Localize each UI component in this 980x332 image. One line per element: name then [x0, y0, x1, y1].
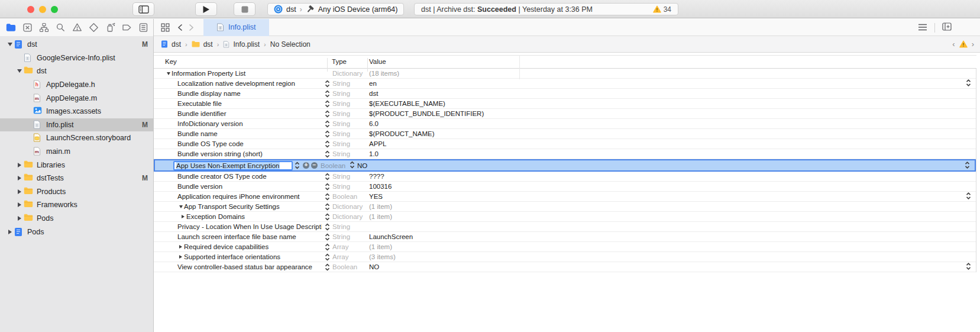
key-stepper[interactable]: [322, 150, 332, 158]
disclosure-triangle[interactable]: [177, 255, 184, 259]
value-stepper[interactable]: [966, 263, 971, 272]
key-stepper[interactable]: [322, 110, 332, 118]
type-cell[interactable]: Dictionary: [332, 203, 369, 210]
sidebar-item-dst[interactable]: dstM: [0, 38, 153, 51]
report-navigator-icon[interactable]: [138, 22, 148, 33]
project-navigator-icon[interactable]: [6, 22, 16, 33]
add-row-button[interactable]: +: [303, 162, 309, 169]
type-cell[interactable]: Dictionary: [332, 213, 369, 220]
key-stepper[interactable]: [322, 253, 332, 261]
key-stepper[interactable]: [322, 173, 332, 180]
source-control-navigator-icon[interactable]: [22, 22, 33, 33]
sidebar-item-pods[interactable]: Pods: [0, 212, 153, 225]
next-issue-button[interactable]: ›: [972, 40, 974, 49]
plist-row-view-controller-based-status-bar-appearance[interactable]: View controller-based status bar appeara…: [154, 262, 976, 272]
type-cell[interactable]: Boolean: [332, 193, 369, 200]
key-stepper[interactable]: [322, 263, 332, 271]
disclosure-triangle[interactable]: [5, 43, 14, 46]
value-cell[interactable]: (1 item): [369, 213, 976, 220]
type-cell[interactable]: Array: [332, 253, 369, 260]
key-stepper[interactable]: [322, 183, 332, 191]
key-stepper[interactable]: [322, 223, 332, 231]
value-cell[interactable]: NO: [369, 263, 976, 270]
value-cell[interactable]: en: [369, 80, 976, 87]
plist-row-localization-native-development-region[interactable]: Localization native development regionSt…: [154, 79, 976, 89]
disclosure-triangle[interactable]: [15, 202, 24, 207]
plist-row-privacy-location-when-in-use-usage-description[interactable]: Privacy - Location When In Use Usage Des…: [154, 222, 976, 232]
key-stepper[interactable]: [293, 162, 301, 169]
sidebar-item-main-m[interactable]: mmain.m: [0, 145, 153, 159]
forward-button[interactable]: [189, 24, 194, 31]
value-cell[interactable]: NO: [357, 162, 975, 169]
sidebar-item-libraries[interactable]: Libraries: [0, 158, 153, 172]
related-items-icon[interactable]: [161, 23, 170, 32]
value-cell[interactable]: YES: [369, 193, 976, 200]
plist-row-bundle-os-type-code[interactable]: Bundle OS Type codeStringAPPL: [154, 139, 976, 149]
type-cell[interactable]: String: [332, 110, 369, 117]
type-cell[interactable]: String: [332, 173, 369, 180]
toggle-navigator-button[interactable]: [132, 2, 154, 16]
key-stepper[interactable]: [322, 203, 332, 211]
disclosure-triangle[interactable]: [177, 245, 184, 249]
value-cell[interactable]: 1.0: [369, 150, 976, 157]
column-header-type[interactable]: Type: [332, 58, 347, 65]
value-cell[interactable]: APPL: [369, 140, 976, 147]
disclosure-triangle[interactable]: [15, 176, 24, 180]
sidebar-item-frameworks[interactable]: Frameworks: [0, 198, 153, 212]
previous-issue-button[interactable]: ‹: [952, 40, 955, 49]
value-cell[interactable]: (1 item): [369, 243, 976, 250]
key-stepper[interactable]: [322, 213, 332, 221]
sidebar-item-info-plist[interactable]: Info.plistM: [0, 118, 153, 132]
type-cell[interactable]: String: [332, 130, 369, 137]
close-window-button[interactable]: [27, 6, 34, 13]
sidebar-item-appdelegate-h[interactable]: hAppDelegate.h: [0, 78, 153, 92]
run-button[interactable]: [195, 2, 217, 16]
type-cell[interactable]: Boolean: [332, 263, 369, 270]
value-cell[interactable]: 6.0: [369, 120, 976, 127]
disclosure-triangle[interactable]: [177, 205, 184, 208]
value-cell[interactable]: LaunchScreen: [369, 233, 976, 240]
back-button[interactable]: [177, 24, 183, 31]
plist-row-bundle-name[interactable]: Bundle nameString$(PRODUCT_NAME): [154, 129, 976, 139]
sidebar-item-appdelegate-m[interactable]: mAppDelegate.m: [0, 91, 153, 105]
key-stepper[interactable]: [322, 243, 332, 251]
plist-row-infodictionary-version[interactable]: InfoDictionary versionString6.0: [154, 119, 976, 129]
disclosure-triangle[interactable]: [5, 230, 14, 234]
value-cell[interactable]: (18 items): [369, 70, 976, 77]
minimize-window-button[interactable]: [39, 6, 46, 13]
type-cell[interactable]: String: [332, 233, 369, 240]
plist-row-application-requires-iphone-environment[interactable]: Application requires iPhone environmentB…: [154, 192, 976, 202]
debug-navigator-icon[interactable]: [105, 22, 115, 33]
key-stepper[interactable]: [322, 193, 332, 201]
value-cell[interactable]: (3 items): [369, 253, 976, 260]
find-navigator-icon[interactable]: [56, 22, 66, 33]
disclosure-triangle[interactable]: [15, 69, 24, 73]
breadcrumb-item[interactable]: Info.plist: [233, 40, 260, 49]
type-cell[interactable]: String: [332, 150, 369, 157]
value-cell[interactable]: (1 item): [369, 203, 976, 210]
value-cell[interactable]: $(PRODUCT_NAME): [369, 130, 976, 137]
test-navigator-icon[interactable]: [89, 22, 99, 33]
plist-row-information-property-list[interactable]: Information Property ListDictionary(18 i…: [154, 69, 976, 79]
remove-row-button[interactable]: −: [311, 162, 318, 169]
symbol-navigator-icon[interactable]: [39, 22, 49, 33]
type-cell[interactable]: String: [332, 120, 369, 127]
plist-row-exception-domains[interactable]: Exception DomainsDictionary(1 item): [154, 212, 976, 222]
disclosure-triangle[interactable]: [180, 215, 186, 218]
disclosure-triangle[interactable]: [15, 216, 24, 221]
type-cell[interactable]: String: [332, 80, 369, 87]
value-cell[interactable]: dst: [369, 90, 976, 97]
sidebar-item-launchscreen-storyboard[interactable]: LaunchScreen.storyboard: [0, 131, 153, 145]
warning-icon[interactable]: [959, 40, 968, 48]
plist-row-bundle-version[interactable]: Bundle versionString100316: [154, 182, 976, 192]
type-cell[interactable]: String: [332, 183, 369, 190]
value-stepper[interactable]: [965, 161, 970, 170]
value-cell[interactable]: ????: [369, 173, 976, 180]
sidebar-item-dsttests[interactable]: dstTestsM: [0, 172, 153, 185]
type-cell[interactable]: String: [332, 90, 369, 97]
disclosure-triangle[interactable]: [15, 189, 24, 194]
sidebar-item-images-xcassets[interactable]: Images.xcassets: [0, 105, 153, 118]
value-cell[interactable]: $(PRODUCT_BUNDLE_IDENTIFIER): [369, 110, 976, 117]
issue-navigator-icon[interactable]: [72, 22, 82, 33]
key-stepper[interactable]: [322, 100, 332, 108]
